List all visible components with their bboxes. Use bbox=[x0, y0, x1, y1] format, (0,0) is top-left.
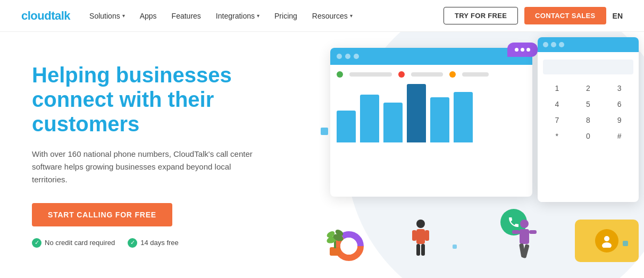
keypad-window: 123456789*0# bbox=[538, 37, 639, 202]
person-icon bbox=[600, 234, 614, 248]
no-credit-card-label: No credit card required bbox=[45, 239, 115, 247]
chat-bubble bbox=[507, 43, 538, 57]
svg-rect-5 bbox=[330, 247, 340, 256]
window-dot bbox=[345, 54, 350, 59]
bar bbox=[337, 111, 356, 142]
nav-pricing[interactable]: Pricing bbox=[274, 12, 297, 20]
deco-square bbox=[453, 245, 457, 249]
svg-point-1 bbox=[602, 242, 612, 248]
main-content: Helping businesses connect with their cu… bbox=[0, 32, 644, 278]
nav-solutions[interactable]: Solutions ▾ bbox=[89, 12, 125, 20]
plant-icon bbox=[322, 214, 348, 257]
window-dot bbox=[551, 42, 556, 47]
status-row bbox=[337, 71, 526, 78]
svg-point-0 bbox=[604, 236, 609, 241]
nav: Solutions ▾ Apps Features Integrations ▾… bbox=[89, 12, 444, 20]
window-dot bbox=[559, 42, 564, 47]
bubble-dot bbox=[521, 48, 524, 52]
start-calling-button[interactable]: START CALLING FOR FREE bbox=[32, 203, 172, 226]
svg-rect-16 bbox=[421, 244, 425, 256]
header: cloudtalk Solutions ▾ Apps Features Inte… bbox=[0, 0, 644, 32]
person-figure bbox=[410, 217, 431, 262]
trust-no-credit-card: ✓ No credit card required bbox=[32, 238, 115, 248]
check-icon: ✓ bbox=[128, 238, 137, 248]
keypad-body: 123456789*0# bbox=[538, 52, 639, 150]
status-line bbox=[349, 72, 392, 77]
contact-sales-button[interactable]: CONTACT SALES bbox=[524, 7, 606, 24]
svg-rect-18 bbox=[520, 229, 529, 244]
bar bbox=[454, 92, 473, 142]
window-body bbox=[330, 65, 532, 153]
chevron-down-icon: ▾ bbox=[350, 13, 353, 19]
deco-square bbox=[623, 241, 628, 246]
keypad-key[interactable]: 7 bbox=[543, 114, 571, 127]
header-actions: TRY FOR FREE CONTACT SALES EN bbox=[444, 7, 623, 24]
status-dot-orange bbox=[449, 71, 456, 78]
chevron-down-icon: ▾ bbox=[122, 13, 125, 19]
status-dot-red bbox=[398, 71, 405, 78]
dashboard-window bbox=[330, 48, 532, 197]
svg-rect-12 bbox=[416, 229, 425, 244]
try-for-free-button[interactable]: TRY FOR FREE bbox=[444, 7, 518, 24]
keypad-key[interactable]: 8 bbox=[574, 114, 603, 127]
chevron-down-icon: ▾ bbox=[257, 13, 260, 19]
window-dot bbox=[354, 54, 359, 59]
keypad-key[interactable]: 6 bbox=[605, 98, 633, 111]
keypad-key[interactable]: 9 bbox=[605, 114, 633, 127]
window-bar bbox=[538, 37, 639, 52]
keypad-grid: 123456789*0# bbox=[543, 82, 633, 142]
nav-features[interactable]: Features bbox=[172, 12, 201, 20]
keypad-key[interactable]: 0 bbox=[574, 130, 603, 142]
trust-row: ✓ No credit card required ✓ 14 days free bbox=[32, 238, 287, 248]
hero-illustration: 123456789*0# bbox=[298, 32, 644, 278]
keypad-input bbox=[543, 60, 633, 74]
window-dot bbox=[543, 42, 548, 47]
person-svg bbox=[410, 217, 431, 260]
status-line bbox=[462, 72, 489, 77]
window-bar bbox=[330, 48, 532, 65]
keypad-key[interactable]: 2 bbox=[574, 82, 603, 95]
trust-14-days: ✓ 14 days free bbox=[128, 238, 179, 248]
hero-description: With over 160 national phone numbers, Cl… bbox=[32, 148, 255, 186]
logo: cloudtalk bbox=[21, 9, 70, 23]
svg-rect-14 bbox=[425, 230, 429, 241]
window-dot bbox=[337, 54, 342, 59]
keypad-key[interactable]: 3 bbox=[605, 82, 633, 95]
svg-rect-20 bbox=[529, 230, 537, 234]
keypad-key[interactable]: * bbox=[543, 130, 571, 142]
bar bbox=[430, 97, 449, 142]
check-icon: ✓ bbox=[32, 238, 41, 248]
call-card bbox=[575, 220, 639, 262]
status-line bbox=[411, 72, 443, 77]
bubble-dot bbox=[515, 48, 518, 52]
nav-integrations[interactable]: Integrations ▾ bbox=[216, 12, 260, 20]
call-avatar bbox=[595, 229, 618, 252]
plant-decoration bbox=[322, 214, 348, 257]
language-selector[interactable]: EN bbox=[613, 12, 623, 20]
nav-apps[interactable]: Apps bbox=[140, 12, 157, 20]
svg-rect-19 bbox=[512, 230, 520, 234]
hero-title: Helping businesses connect with their cu… bbox=[32, 63, 287, 136]
svg-point-17 bbox=[520, 220, 529, 228]
bar-chart bbox=[337, 83, 526, 147]
svg-point-11 bbox=[416, 220, 425, 228]
svg-rect-15 bbox=[416, 244, 420, 256]
deco-square bbox=[321, 128, 328, 135]
hero-left: Helping businesses connect with their cu… bbox=[32, 63, 287, 248]
status-dot-green bbox=[337, 71, 343, 78]
bar bbox=[360, 95, 379, 142]
bar bbox=[407, 84, 426, 142]
keypad-key[interactable]: 1 bbox=[543, 82, 571, 95]
bubble-dot bbox=[526, 48, 530, 52]
svg-rect-13 bbox=[412, 230, 416, 241]
keypad-key[interactable]: 4 bbox=[543, 98, 571, 111]
keypad-key[interactable]: 5 bbox=[574, 98, 603, 111]
person2-figure bbox=[511, 217, 538, 267]
nav-resources[interactable]: Resources ▾ bbox=[312, 12, 353, 20]
14-days-label: 14 days free bbox=[140, 239, 179, 247]
keypad-key[interactable]: # bbox=[605, 130, 633, 142]
bar bbox=[383, 103, 403, 142]
person2-svg bbox=[511, 217, 538, 265]
